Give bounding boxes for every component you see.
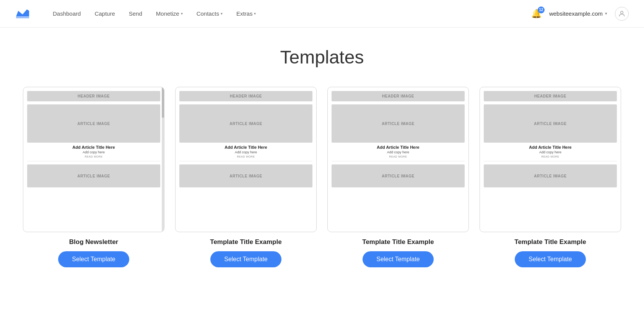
article-copy: Add copy here — [179, 150, 312, 154]
preview-inner: HEADER IMAGEARTICLE IMAGEAdd Article Tit… — [23, 87, 164, 232]
main-content: Templates HEADER IMAGEARTICLE IMAGEAdd A… — [0, 28, 644, 290]
nav-capture[interactable]: Capture — [94, 10, 115, 17]
article-image-block: ARTICLE IMAGE — [27, 104, 160, 143]
nav-contacts[interactable]: Contacts ▾ — [197, 10, 223, 17]
logo[interactable] — [15, 8, 30, 20]
template-preview-1: HEADER IMAGEARTICLE IMAGEAdd Article Tit… — [23, 87, 164, 232]
nav-monetize[interactable]: Monetize ▾ — [156, 10, 183, 17]
select-template-button-2[interactable]: Select Template — [210, 251, 281, 267]
article-copy: Add copy here — [484, 150, 617, 154]
preview-article-1: ARTICLE IMAGEAdd Article Title HereAdd c… — [484, 104, 617, 161]
preview-article-1: ARTICLE IMAGEAdd Article Title HereAdd c… — [27, 104, 160, 161]
template-preview-3: HEADER IMAGEARTICLE IMAGEAdd Article Tit… — [327, 87, 469, 232]
article-image-block: ARTICLE IMAGE — [27, 164, 160, 187]
article-image-block: ARTICLE IMAGE — [484, 104, 617, 143]
template-preview-4: HEADER IMAGEARTICLE IMAGEAdd Article Tit… — [480, 87, 621, 232]
template-card-1: HEADER IMAGEARTICLE IMAGEAdd Article Tit… — [23, 87, 164, 267]
nav-links: Dashboard Capture Send Monetize ▾ Contac… — [53, 10, 531, 17]
user-avatar[interactable] — [615, 7, 629, 21]
article-image-block: ARTICLE IMAGE — [179, 164, 312, 187]
article-title: Add Article Title Here — [332, 145, 465, 150]
svg-marker-0 — [16, 17, 29, 18]
select-template-button-1[interactable]: Select Template — [58, 251, 129, 267]
article-copy: Add copy here — [332, 150, 465, 154]
preview-inner: HEADER IMAGEARTICLE IMAGEAdd Article Tit… — [176, 87, 316, 232]
select-template-button-3[interactable]: Select Template — [363, 251, 434, 267]
navbar-right: 🔔 12 websiteexample.com ▾ — [531, 7, 629, 21]
chevron-down-icon: ▾ — [181, 11, 183, 16]
preview-header-bar: HEADER IMAGE — [27, 91, 160, 101]
templates-grid: HEADER IMAGEARTICLE IMAGEAdd Article Tit… — [23, 87, 621, 267]
article-read-more: READ MORE — [332, 155, 465, 158]
notification-bell[interactable]: 🔔 12 — [531, 9, 542, 19]
article-image-block: ARTICLE IMAGE — [332, 164, 465, 187]
template-card-2: HEADER IMAGEARTICLE IMAGEAdd Article Tit… — [175, 87, 317, 267]
template-name-1: Blog Newsletter — [69, 238, 118, 246]
svg-point-1 — [621, 11, 623, 14]
preview-article-1: ARTICLE IMAGEAdd Article Title HereAdd c… — [332, 104, 465, 161]
chevron-down-icon: ▾ — [254, 11, 256, 16]
navbar: Dashboard Capture Send Monetize ▾ Contac… — [0, 0, 644, 28]
nav-send[interactable]: Send — [129, 10, 142, 17]
article-image-block: ARTICLE IMAGE — [179, 104, 312, 143]
article-title: Add Article Title Here — [27, 145, 160, 150]
preview-header-bar: HEADER IMAGE — [179, 91, 312, 101]
article-copy: Add copy here — [27, 150, 160, 154]
scroll-thumb — [162, 87, 164, 118]
preview-inner: HEADER IMAGEARTICLE IMAGEAdd Article Tit… — [328, 87, 468, 232]
template-name-3: Template Title Example — [362, 238, 434, 246]
nav-extras[interactable]: Extras ▾ — [236, 10, 256, 17]
article-title: Add Article Title Here — [484, 145, 617, 150]
preview-header-bar: HEADER IMAGE — [484, 91, 617, 101]
preview-article-2: ARTICLE IMAGE — [332, 164, 465, 190]
notification-badge: 12 — [538, 7, 545, 13]
template-name-2: Template Title Example — [210, 238, 281, 246]
article-read-more: READ MORE — [27, 155, 160, 158]
chevron-down-icon: ▾ — [605, 11, 607, 16]
page-title: Templates — [23, 47, 621, 68]
preview-inner: HEADER IMAGEARTICLE IMAGEAdd Article Tit… — [480, 87, 621, 232]
article-read-more: READ MORE — [484, 155, 617, 158]
select-template-button-4[interactable]: Select Template — [515, 251, 586, 267]
template-name-4: Template Title Example — [514, 238, 586, 246]
article-image-block: ARTICLE IMAGE — [484, 164, 617, 187]
chevron-down-icon: ▾ — [221, 11, 223, 16]
preview-article-2: ARTICLE IMAGE — [484, 164, 617, 190]
account-selector[interactable]: websiteexample.com ▾ — [549, 10, 607, 17]
template-card-3: HEADER IMAGEARTICLE IMAGEAdd Article Tit… — [327, 87, 469, 267]
preview-header-bar: HEADER IMAGE — [332, 91, 465, 101]
article-image-block: ARTICLE IMAGE — [332, 104, 465, 143]
article-read-more: READ MORE — [179, 155, 312, 158]
profile-icon — [618, 10, 626, 18]
article-title: Add Article Title Here — [179, 145, 312, 150]
template-preview-2: HEADER IMAGEARTICLE IMAGEAdd Article Tit… — [175, 87, 317, 232]
preview-article-2: ARTICLE IMAGE — [27, 164, 160, 190]
crown-icon — [15, 8, 30, 18]
template-card-4: HEADER IMAGEARTICLE IMAGEAdd Article Tit… — [480, 87, 621, 267]
preview-article-2: ARTICLE IMAGE — [179, 164, 312, 190]
nav-dashboard[interactable]: Dashboard — [53, 10, 81, 17]
preview-article-1: ARTICLE IMAGEAdd Article Title HereAdd c… — [179, 104, 312, 161]
